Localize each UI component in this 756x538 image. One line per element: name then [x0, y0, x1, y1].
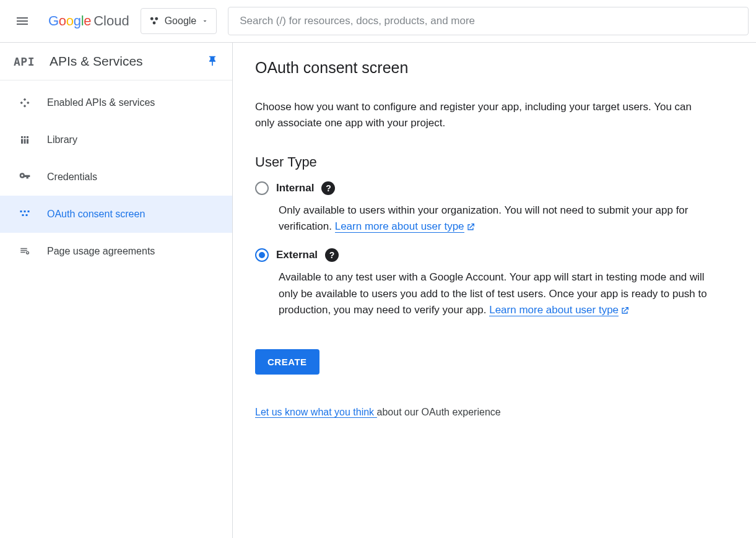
feedback-row: Let us know what you think about our OAu…: [255, 407, 712, 418]
pin-icon[interactable]: [206, 55, 219, 67]
radio-option-external: External ? Available to any test user wi…: [255, 248, 712, 318]
agreements-icon: [17, 244, 32, 259]
create-button[interactable]: CREATE: [255, 349, 319, 375]
section-title: APIs & Services: [50, 54, 206, 69]
sidebar-item-library[interactable]: Library: [0, 121, 232, 158]
radio-internal-description: Only available to users within your orga…: [279, 202, 712, 235]
sidebar: API APIs & Services Enabled APIs & servi…: [0, 43, 233, 538]
project-picker-button[interactable]: Google: [141, 8, 217, 34]
sidebar-item-label: Page usage agreements: [47, 246, 155, 257]
nav-list: Enabled APIs & services Library Credenti…: [0, 80, 232, 270]
sidebar-item-label: OAuth consent screen: [47, 209, 145, 220]
feedback-text: about our OAuth experience: [377, 407, 501, 417]
svg-rect-4: [24, 210, 26, 212]
svg-rect-6: [22, 214, 24, 216]
project-name-label: Google: [165, 15, 197, 27]
radio-internal[interactable]: [255, 181, 269, 195]
logo-cloud-text: Cloud: [93, 13, 129, 29]
learn-more-external-link[interactable]: Learn more about user type: [489, 304, 619, 316]
logo-google-text: Google: [48, 13, 91, 29]
radio-dot-icon: [259, 252, 265, 258]
main-content: OAuth consent screen Choose how you want…: [233, 43, 734, 538]
search-bar[interactable]: [228, 7, 749, 35]
svg-point-2: [152, 22, 155, 25]
radio-external-description: Available to any test user with a Google…: [279, 269, 712, 318]
external-link-icon: [620, 306, 630, 316]
radio-option-internal: Internal ? Only available to users withi…: [255, 181, 712, 235]
radio-external[interactable]: [255, 248, 269, 262]
sidebar-item-label: Credentials: [47, 171, 97, 183]
feedback-link[interactable]: Let us know what you think: [255, 407, 377, 418]
learn-more-internal-link[interactable]: Learn more about user type: [335, 220, 464, 233]
sidebar-item-label: Library: [47, 134, 77, 145]
svg-point-0: [150, 17, 153, 20]
svg-rect-5: [28, 210, 30, 212]
sidebar-item-page-usage-agreements[interactable]: Page usage agreements: [0, 233, 232, 270]
radio-external-label: External: [276, 249, 318, 261]
intro-text: Choose how you want to configure and reg…: [255, 99, 712, 132]
user-type-heading: User Type: [255, 154, 712, 170]
sidebar-item-enabled-apis[interactable]: Enabled APIs & services: [0, 84, 232, 121]
key-icon: [17, 170, 32, 184]
hamburger-menu-button[interactable]: [7, 6, 37, 36]
api-badge: API: [14, 55, 35, 68]
radio-internal-label: Internal: [276, 182, 314, 194]
consent-screen-icon: [17, 207, 32, 222]
external-link-icon: [466, 222, 476, 232]
help-icon[interactable]: ?: [321, 181, 335, 195]
google-cloud-logo[interactable]: Google Cloud: [48, 13, 129, 29]
svg-rect-3: [20, 210, 22, 212]
sidebar-item-oauth-consent[interactable]: OAuth consent screen: [0, 196, 232, 233]
chevron-down-icon: [201, 17, 209, 25]
help-icon[interactable]: ?: [325, 248, 339, 262]
sidebar-header: API APIs & Services: [0, 43, 232, 80]
svg-rect-7: [26, 214, 28, 216]
sidebar-item-credentials[interactable]: Credentials: [0, 158, 232, 196]
search-input[interactable]: [240, 15, 737, 27]
svg-point-1: [155, 17, 158, 20]
library-icon: [17, 132, 32, 147]
user-type-radio-group: Internal ? Only available to users withi…: [255, 181, 712, 319]
sidebar-item-label: Enabled APIs & services: [47, 97, 155, 108]
project-icon: [149, 15, 160, 27]
top-header: Google Cloud Google: [0, 0, 756, 43]
hamburger-icon: [15, 14, 30, 28]
page-title: OAuth consent screen: [255, 59, 712, 77]
enabled-apis-icon: [17, 95, 32, 110]
